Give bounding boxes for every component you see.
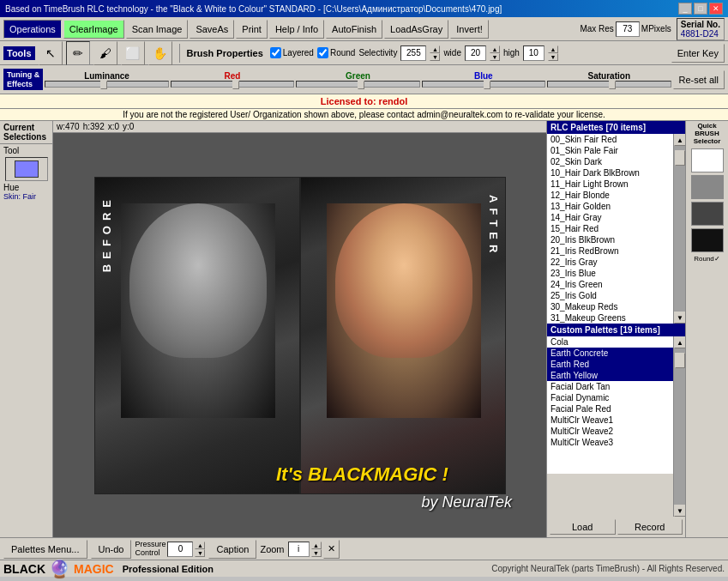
helpinfo-button[interactable]: Help / Info — [269, 20, 324, 39]
serial-label: Serial No. — [681, 20, 720, 29]
license-text2: If you are not the registered User/ Orga… — [123, 110, 605, 119]
enter-key-button[interactable]: Enter Key — [671, 44, 725, 63]
custom-palettes-list[interactable]: Cola Earth Concrete Earth Red Earth Yell… — [547, 336, 673, 474]
print-button[interactable]: Print — [236, 20, 268, 39]
close-button[interactable]: ✕ — [709, 3, 723, 15]
after-label: AFTER — [487, 195, 500, 257]
rlc-item-16[interactable]: 31_Makeup Greens — [547, 312, 673, 324]
caption-button[interactable]: Caption — [208, 540, 256, 559]
rlc-item-15[interactable]: 30_Makeup Reds — [547, 301, 673, 312]
custom-item-facial-dynamic[interactable]: Facial Dynamic — [547, 392, 673, 403]
custom-item-facial-pale-red[interactable]: Facial Pale Red — [547, 403, 673, 415]
custom-item-facial-dark-tan[interactable]: Facial Dark Tan — [547, 381, 673, 392]
brush-swatch-1[interactable] — [691, 148, 724, 172]
blue-track[interactable] — [422, 81, 545, 88]
brush-swatch-3[interactable] — [691, 202, 724, 226]
rlc-item-9[interactable]: 20_Iris BlkBrown — [547, 234, 673, 245]
rlc-scroll-down[interactable]: ▼ — [674, 312, 685, 324]
zoom-up[interactable]: ▲ — [311, 542, 322, 549]
load-palette-button[interactable]: Load — [550, 519, 616, 535]
wide-down[interactable]: ▼ — [490, 53, 500, 61]
wide-up[interactable]: ▲ — [490, 45, 500, 53]
layered-checkbox[interactable] — [270, 47, 281, 58]
image-container[interactable]: BEFORE AFTER It's BLACKMAGIC ! by Neural… — [53, 133, 546, 537]
custom-item-earth-red[interactable]: Earth Red — [547, 359, 673, 370]
zoom-down[interactable]: ▼ — [311, 549, 322, 557]
custom-item-cola[interactable]: Cola — [547, 336, 673, 348]
zoom-close[interactable]: ✕ — [323, 540, 340, 559]
palettes-menu-button[interactable]: Palettes Menu... — [3, 540, 87, 559]
tool-paint[interactable]: 🖌 — [93, 41, 117, 65]
rlc-item-4[interactable]: 11_Hair Light Brown — [547, 179, 673, 190]
custom-item-multiclr-weave1[interactable]: MultiClr Weave1 — [547, 415, 673, 426]
saturation-track[interactable] — [547, 81, 671, 88]
brush-swatch-2[interactable] — [691, 175, 724, 199]
saveas-button[interactable]: SaveAs — [190, 20, 234, 39]
brush-swatch-4[interactable] — [691, 228, 724, 252]
rlc-item-5[interactable]: 12_Hair Blonde — [547, 190, 673, 201]
record-palette-button[interactable]: Record — [617, 519, 683, 535]
rlc-item-3[interactable]: 10_Hair Dark BlkBrown — [547, 167, 673, 179]
rlc-item-14[interactable]: 25_Iris Gold — [547, 290, 673, 301]
rlc-scrollbar[interactable]: ▲ ▼ — [673, 134, 685, 324]
luminance-track[interactable] — [45, 81, 168, 88]
wide-input[interactable] — [465, 45, 486, 61]
reset-all-button[interactable]: Re-set all — [673, 70, 725, 89]
pressure-up[interactable]: ▲ — [195, 542, 205, 549]
rlc-scroll-thumb[interactable] — [675, 150, 685, 166]
custom-item-multiclr-weave3[interactable]: MultiClr Weave3 — [547, 437, 673, 448]
rlc-item-2[interactable]: 02_Skin Dark — [547, 156, 673, 167]
rlc-item-10[interactable]: 21_Iris RedBrown — [547, 245, 673, 257]
rlc-palettes-list[interactable]: 00_Skin Fair Red 01_Skin Pale Fair 02_Sk… — [547, 134, 673, 324]
rlc-item-0[interactable]: 00_Skin Fair Red — [547, 134, 673, 145]
high-input[interactable] — [523, 45, 544, 61]
selectivity-down[interactable]: ▼ — [430, 53, 440, 61]
round-checkbox[interactable] — [317, 47, 328, 58]
custom-scroll-thumb[interactable] — [675, 353, 685, 368]
loadasgray-button[interactable]: LoadAsGray — [384, 20, 448, 39]
rlc-item-8[interactable]: 15_Hair Red — [547, 223, 673, 234]
scanimage-button[interactable]: Scan Image — [126, 20, 189, 39]
custom-item-earth-concrete[interactable]: Earth Concrete — [547, 348, 673, 359]
tuning-effects-button[interactable]: Tuning &Effects — [3, 69, 43, 91]
custom-scroll-up[interactable]: ▲ — [674, 336, 685, 348]
rlc-scroll-track[interactable] — [674, 146, 685, 312]
zoom-input[interactable] — [288, 542, 310, 557]
high-down[interactable]: ▼ — [548, 53, 558, 61]
tool-hand[interactable]: ✋ — [148, 41, 172, 65]
serial-value: 4881-D24 — [681, 29, 720, 39]
rlc-scroll-up[interactable]: ▲ — [674, 134, 685, 146]
tool-eraser[interactable]: ⬜ — [121, 41, 145, 65]
invert-button[interactable]: Invert! — [450, 20, 489, 39]
rlc-item-11[interactable]: 22_Iris Gray — [547, 257, 673, 268]
clearimage-button[interactable]: ClearImage — [63, 20, 124, 39]
custom-scrollbar[interactable]: ▲ ▼ — [673, 336, 685, 517]
maxres-input[interactable] — [616, 21, 640, 37]
high-up[interactable]: ▲ — [548, 45, 558, 53]
rlc-item-13[interactable]: 24_Iris Green — [547, 279, 673, 290]
selectivity-input[interactable] — [400, 45, 426, 61]
autofinish-button[interactable]: AutoFinish — [326, 20, 382, 39]
tool-arrow[interactable]: ↖ — [39, 41, 63, 65]
custom-scroll-track[interactable] — [674, 348, 685, 505]
pressure-down[interactable]: ▼ — [195, 549, 205, 557]
pressure-input[interactable] — [167, 542, 193, 557]
rlc-item-6[interactable]: 13_Hair Golden — [547, 201, 673, 212]
tool-brush[interactable]: ✏ — [66, 41, 90, 65]
coord-x: x:0 — [108, 122, 119, 131]
rlc-item-7[interactable]: 14_Hair Gray — [547, 212, 673, 223]
green-track[interactable] — [296, 81, 419, 88]
red-slider-group: Red — [171, 71, 294, 88]
minimize-button[interactable]: _ — [678, 3, 692, 15]
operations-menu[interactable]: Operations — [3, 20, 62, 39]
rlc-item-12[interactable]: 23_Iris Blue — [547, 268, 673, 279]
undo-button[interactable]: Un-do — [91, 540, 132, 559]
custom-scroll-down[interactable]: ▼ — [674, 505, 685, 517]
custom-item-multiclr-weave2[interactable]: MultiClr Weave2 — [547, 426, 673, 437]
red-track[interactable] — [171, 81, 294, 88]
logo-magic-icon: 🔮 — [49, 559, 70, 579]
rlc-item-1[interactable]: 01_Skin Pale Fair — [547, 145, 673, 156]
custom-item-earth-yellow[interactable]: Earth Yellow — [547, 370, 673, 381]
maximize-button[interactable]: □ — [694, 3, 707, 15]
selectivity-up[interactable]: ▲ — [430, 45, 440, 53]
